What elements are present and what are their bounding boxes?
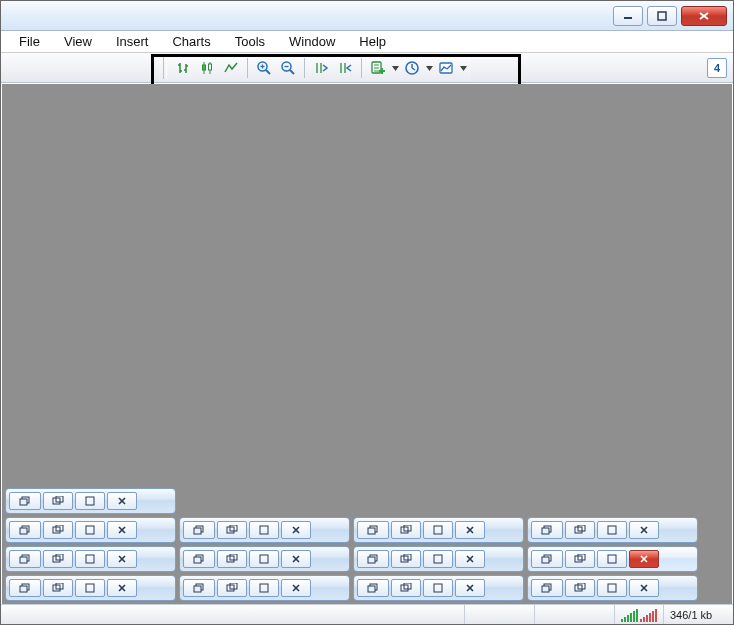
toolbar-grip[interactable]	[163, 57, 167, 79]
svg-rect-53	[194, 528, 201, 534]
mdi-restore-button[interactable]	[9, 579, 41, 597]
mdi-close-button[interactable]	[107, 521, 137, 539]
periodicity-button[interactable]	[401, 57, 423, 79]
indicators-list-button[interactable]	[367, 57, 389, 79]
mdi-restore-button[interactable]	[531, 579, 563, 597]
mdi-maximize-button[interactable]	[423, 521, 453, 539]
menu-charts[interactable]: Charts	[162, 32, 220, 51]
mdi-cascade-button[interactable]	[43, 550, 73, 568]
mdi-minimized-window[interactable]	[353, 546, 524, 572]
cascade-icon	[52, 583, 64, 593]
zoom-in-button[interactable]	[253, 57, 275, 79]
mdi-cascade-button[interactable]	[217, 521, 247, 539]
mdi-cascade-button[interactable]	[391, 579, 421, 597]
mdi-restore-button[interactable]	[183, 579, 215, 597]
window-maximize-button[interactable]	[647, 6, 677, 26]
periodicity-dropdown-arrow[interactable]	[425, 57, 433, 79]
mdi-minimized-window[interactable]	[353, 517, 524, 543]
mdi-cascade-button[interactable]	[43, 521, 73, 539]
mdi-cascade-button[interactable]	[565, 579, 595, 597]
mdi-restore-button[interactable]	[9, 492, 41, 510]
mdi-minimized-window[interactable]	[179, 575, 350, 601]
svg-rect-123	[542, 586, 549, 592]
mdi-close-button[interactable]	[107, 492, 137, 510]
mdi-cascade-button[interactable]	[217, 550, 247, 568]
candlestick-chart-button[interactable]	[196, 57, 218, 79]
mdi-restore-button[interactable]	[183, 521, 215, 539]
mdi-close-button[interactable]	[629, 579, 659, 597]
menu-help[interactable]: Help	[349, 32, 396, 51]
window-minimize-button[interactable]	[613, 6, 643, 26]
mdi-close-button[interactable]	[455, 521, 485, 539]
close-icon	[117, 496, 127, 506]
mdi-restore-button[interactable]	[9, 550, 41, 568]
mdi-minimized-window[interactable]	[527, 546, 698, 572]
mdi-maximize-button[interactable]	[597, 521, 627, 539]
mdi-close-button[interactable]	[629, 550, 659, 568]
chevron-down-icon	[460, 65, 467, 72]
mdi-cascade-button[interactable]	[391, 521, 421, 539]
mdi-maximize-button[interactable]	[75, 550, 105, 568]
mdi-minimized-window[interactable]	[179, 546, 350, 572]
mdi-minimized-window[interactable]	[5, 575, 176, 601]
mdi-maximize-button[interactable]	[249, 550, 279, 568]
mdi-close-button[interactable]	[629, 521, 659, 539]
cascade-icon	[52, 525, 64, 535]
mdi-close-button[interactable]	[281, 521, 311, 539]
bar-chart-button[interactable]	[172, 57, 194, 79]
indicators-dropdown-arrow[interactable]	[391, 57, 399, 79]
mdi-cascade-button[interactable]	[391, 550, 421, 568]
bar-chart-icon	[175, 60, 191, 76]
mdi-cascade-button[interactable]	[217, 579, 247, 597]
mdi-restore-button[interactable]	[9, 521, 41, 539]
mdi-cascade-button[interactable]	[565, 521, 595, 539]
mdi-restore-button[interactable]	[531, 521, 563, 539]
window-close-button[interactable]	[681, 6, 727, 26]
mdi-close-button[interactable]	[281, 579, 311, 597]
mdi-maximize-button[interactable]	[75, 492, 105, 510]
toolbar-badge[interactable]: 4	[707, 58, 727, 78]
mdi-restore-button[interactable]	[183, 550, 215, 568]
mdi-maximize-button[interactable]	[597, 550, 627, 568]
mdi-maximize-button[interactable]	[597, 579, 627, 597]
mdi-close-button[interactable]	[455, 579, 485, 597]
mdi-cascade-button[interactable]	[43, 492, 73, 510]
templates-dropdown-arrow[interactable]	[459, 57, 467, 79]
mdi-close-button[interactable]	[107, 579, 137, 597]
menu-file[interactable]: File	[9, 32, 50, 51]
mdi-maximize-button[interactable]	[249, 579, 279, 597]
mdi-minimized-window[interactable]	[5, 517, 176, 543]
maximize-icon	[84, 554, 96, 564]
mdi-restore-button[interactable]	[357, 579, 389, 597]
mdi-minimized-window[interactable]	[5, 546, 176, 572]
status-signal	[614, 605, 663, 624]
zoom-out-button[interactable]	[277, 57, 299, 79]
mdi-minimized-window[interactable]	[527, 575, 698, 601]
mdi-minimized-window[interactable]	[179, 517, 350, 543]
mdi-cascade-button[interactable]	[43, 579, 73, 597]
mdi-close-button[interactable]	[455, 550, 485, 568]
menu-tools[interactable]: Tools	[225, 32, 275, 51]
menu-insert[interactable]: Insert	[106, 32, 159, 51]
mdi-maximize-button[interactable]	[249, 521, 279, 539]
mdi-minimized-window[interactable]	[527, 517, 698, 543]
mdi-minimized-window[interactable]	[353, 575, 524, 601]
mdi-restore-button[interactable]	[531, 550, 563, 568]
mdi-maximize-button[interactable]	[423, 579, 453, 597]
mdi-close-button[interactable]	[281, 550, 311, 568]
mdi-maximize-button[interactable]	[75, 579, 105, 597]
line-chart-button[interactable]	[220, 57, 242, 79]
minimize-icon	[623, 11, 633, 21]
templates-button[interactable]	[435, 57, 457, 79]
mdi-minimized-window[interactable]	[5, 488, 176, 514]
chart-shift-button[interactable]	[334, 57, 356, 79]
auto-scroll-button[interactable]	[310, 57, 332, 79]
mdi-close-button[interactable]	[107, 550, 137, 568]
mdi-cascade-button[interactable]	[565, 550, 595, 568]
mdi-restore-button[interactable]	[357, 550, 389, 568]
mdi-maximize-button[interactable]	[423, 550, 453, 568]
mdi-maximize-button[interactable]	[75, 521, 105, 539]
menu-window[interactable]: Window	[279, 32, 345, 51]
menu-view[interactable]: View	[54, 32, 102, 51]
mdi-restore-button[interactable]	[357, 521, 389, 539]
